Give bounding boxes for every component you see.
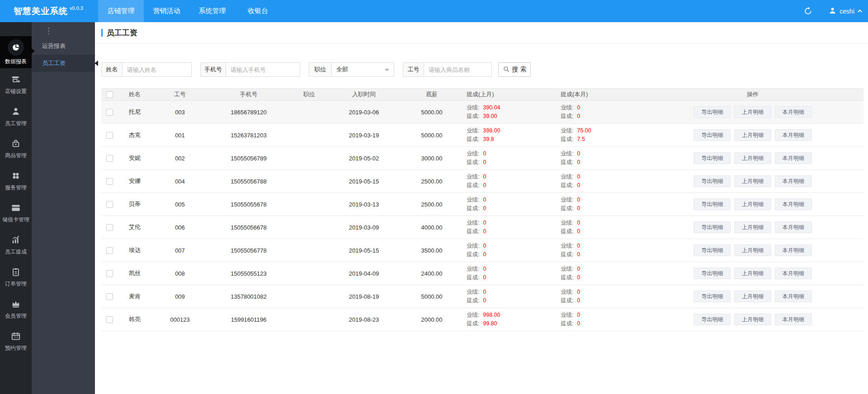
row-checkbox[interactable] [106, 316, 113, 323]
nav-tab[interactable]: 店铺管理 [98, 0, 144, 22]
this-month-detail-button[interactable]: 本月明细 [775, 129, 812, 141]
nav-tab[interactable]: 收银台 [235, 0, 281, 22]
nav-tab[interactable]: 系统管理 [189, 0, 235, 22]
last-month-detail-button[interactable]: 上月明细 [734, 314, 771, 325]
export-detail-button[interactable]: 导出明细 [693, 244, 731, 256]
sidebar-item[interactable]: 储值卡管理 [0, 197, 32, 229]
export-detail-button[interactable]: 导出明细 [693, 314, 731, 325]
phone-cell: 18656789120 [204, 101, 293, 124]
salary-cell: 5000.00 [402, 285, 461, 308]
this-month-detail-button[interactable]: 本月明细 [775, 152, 812, 164]
sidebar-item[interactable]: 预约管理 [0, 325, 32, 357]
salary-cell: 5000.00 [402, 124, 461, 147]
last-month-detail-button[interactable]: 上月明细 [734, 198, 771, 210]
table-row: 埃达 007 15055056778 2019-05-15 3500.00 业绩… [101, 239, 863, 262]
last-month-detail-button[interactable]: 上月明细 [734, 129, 771, 141]
sidebar-item[interactable]: 员工管理 [0, 100, 32, 132]
hiredate-cell: 2019-03-09 [326, 216, 402, 239]
sidebar-item[interactable]: 数据报表 [0, 36, 32, 68]
last-month-detail-button[interactable]: 上月明细 [734, 267, 771, 279]
member-crown-icon [11, 298, 21, 310]
empno-input[interactable] [424, 63, 491, 76]
phone-cell: 15991601196 [204, 308, 293, 331]
table-row: 杰克 001 15263781203 2019-03-19 5000.00 业绩… [101, 124, 863, 147]
sidebar-item[interactable]: 商品管理 [0, 132, 32, 164]
last-month-detail-button[interactable]: 上月明细 [734, 106, 771, 118]
row-checkbox[interactable] [106, 155, 113, 162]
actions-cell: 导出明细 上月明细 本月明细 [642, 147, 863, 170]
export-detail-button[interactable]: 导出明细 [693, 267, 731, 279]
row-checkbox[interactable] [106, 293, 113, 300]
hiredate-cell: 2019-03-19 [326, 124, 402, 147]
export-detail-button[interactable]: 导出明细 [693, 152, 731, 164]
sidebar-item[interactable]: 订单管理 [0, 261, 32, 293]
user-name: ceshi [840, 8, 854, 15]
empno-cell: 005 [156, 193, 204, 216]
select-all-checkbox[interactable] [106, 91, 113, 98]
last-month-detail-button[interactable]: 上月明细 [734, 175, 771, 187]
export-detail-button[interactable]: 导出明细 [693, 198, 731, 210]
app-title: 智慧美业系统 [14, 5, 68, 17]
nav-tab[interactable]: 营销活动 [144, 0, 189, 22]
submenu-list: 运营报表员工工资 [32, 38, 95, 72]
phone-cell: 15055056678 [204, 216, 293, 239]
name-input[interactable] [123, 63, 191, 76]
lastmonth-cell: 业绩:0 提成:0 [461, 216, 555, 239]
table-row: 安妮 002 15055056789 2019-05-02 3000.00 业绩… [101, 147, 863, 170]
submenu-item[interactable]: 员工工资 [32, 55, 95, 72]
position-cell [293, 285, 326, 308]
this-month-detail-button[interactable]: 本月明细 [775, 244, 812, 256]
phone-input[interactable] [226, 63, 300, 76]
table-row: 托尼 003 18656789120 2019-03-06 5000.00 业绩… [101, 101, 863, 124]
sidebar-item-label: 会员管理 [5, 312, 27, 320]
export-detail-button[interactable]: 导出明细 [693, 221, 731, 233]
col-empno: 工号 [156, 89, 204, 101]
row-checkbox[interactable] [106, 224, 113, 231]
this-month-detail-button[interactable]: 本月明细 [775, 106, 812, 118]
row-checkbox[interactable] [106, 201, 113, 208]
name-cell: 埃达 [114, 239, 156, 262]
last-month-detail-button[interactable]: 上月明细 [734, 152, 771, 164]
sidebar-item[interactable]: 服务管理 [0, 164, 32, 197]
last-month-detail-button[interactable]: 上月明细 [734, 291, 771, 302]
search-button[interactable]: 搜 索 [498, 62, 531, 77]
position-select[interactable]: 全部 [332, 63, 394, 76]
name-cell: 安妮 [114, 147, 156, 170]
this-month-detail-button[interactable]: 本月明细 [775, 175, 812, 187]
sidebar-item[interactable]: 会员管理 [0, 293, 32, 325]
this-month-detail-button[interactable]: 本月明细 [775, 267, 812, 279]
this-month-detail-button[interactable]: 本月明细 [775, 221, 812, 233]
hiredate-cell: 2019-03-06 [326, 101, 402, 124]
this-month-detail-button[interactable]: 本月明细 [775, 198, 812, 210]
sidebar-item[interactable]: 员工提成 [0, 229, 32, 261]
this-month-detail-button[interactable]: 本月明细 [775, 314, 812, 325]
actions-cell: 导出明细 上月明细 本月明细 [642, 101, 863, 124]
export-detail-button[interactable]: 导出明细 [693, 106, 731, 118]
export-detail-button[interactable]: 导出明细 [693, 175, 731, 187]
actions-cell: 导出明细 上月明细 本月明细 [642, 308, 863, 331]
empno-cell: 000123 [156, 308, 204, 331]
this-month-detail-button[interactable]: 本月明细 [775, 291, 812, 302]
lastmonth-cell: 业绩:0 提成:0 [461, 147, 555, 170]
menu-more-icon[interactable] [48, 28, 49, 34]
app-logo: 智慧美业系统 v0.0.3 [0, 0, 98, 22]
sidebar-item[interactable]: 店铺设置 [0, 68, 32, 100]
row-checkbox[interactable] [106, 109, 113, 116]
salary-table: 姓名 工号 手机号 职位 入职时间 底薪 提成(上月) 提成(本月) 操作 托尼… [101, 88, 863, 331]
row-checkbox[interactable] [106, 132, 113, 139]
actions-cell: 导出明细 上月明细 本月明细 [642, 193, 863, 216]
export-detail-button[interactable]: 导出明细 [693, 291, 731, 302]
user-menu[interactable]: ceshi [829, 7, 861, 16]
hiredate-cell: 2019-08-23 [326, 308, 402, 331]
export-detail-button[interactable]: 导出明细 [693, 129, 731, 141]
submenu-item[interactable]: 运营报表 [32, 38, 95, 55]
sidebar-item-label: 员工管理 [5, 120, 27, 127]
row-checkbox[interactable] [106, 178, 113, 185]
row-checkbox[interactable] [106, 270, 113, 277]
last-month-detail-button[interactable]: 上月明细 [734, 221, 771, 233]
row-checkbox[interactable] [106, 247, 113, 254]
position-select-value: 全部 [336, 66, 348, 74]
table-header-row: 姓名 工号 手机号 职位 入职时间 底薪 提成(上月) 提成(本月) 操作 [101, 89, 863, 101]
refresh-icon[interactable] [804, 7, 812, 15]
last-month-detail-button[interactable]: 上月明细 [734, 244, 771, 256]
